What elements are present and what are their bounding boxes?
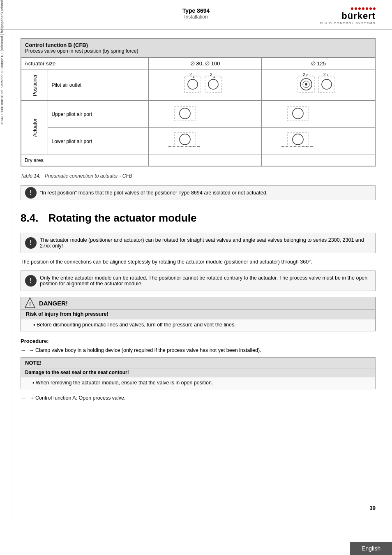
dry-area-right bbox=[262, 155, 375, 166]
table-caption: Table 14: Pneumatic connection to actuat… bbox=[21, 173, 376, 179]
section-number: 8.4. bbox=[21, 212, 38, 224]
diagram-upper-mid bbox=[148, 101, 262, 128]
burkert-logo: bürkert FLUID CONTROL SYSTEMS bbox=[320, 7, 376, 25]
footer-language: English bbox=[350, 542, 392, 555]
svg-text:2: 2 bbox=[303, 72, 305, 77]
logo-dots bbox=[351, 7, 376, 10]
danger-body: Before dismounting pneumatic lines and v… bbox=[21, 319, 375, 331]
svg-point-24 bbox=[180, 134, 190, 145]
lower-pilot-air-port-label: Lower pilot air port bbox=[48, 128, 148, 155]
diagram-cell-right-positioner: 2 2 2 1 bbox=[262, 69, 375, 101]
exclaim-icon-2: ! bbox=[25, 237, 37, 249]
dry-area-mid bbox=[148, 155, 262, 166]
install-label: Installation bbox=[182, 14, 210, 20]
table-caption-text: Pneumatic connection to actuator - CFB bbox=[45, 173, 132, 179]
logo-dot-7 bbox=[373, 7, 376, 10]
actuator-label: Actuator bbox=[21, 101, 48, 155]
logo-dot-2 bbox=[355, 7, 357, 10]
logo-dot-5 bbox=[366, 7, 368, 10]
logo-text: bürkert bbox=[341, 11, 376, 21]
section-heading: 8.4. Rotating the actuator module bbox=[21, 212, 376, 224]
danger-header: ! DANGER! bbox=[21, 297, 375, 309]
svg-text:!: ! bbox=[29, 301, 31, 307]
cfb-header: Control function B (CFB) Process valve o… bbox=[21, 39, 375, 58]
svg-point-2 bbox=[188, 79, 198, 89]
svg-point-12 bbox=[305, 83, 307, 86]
body-text-1: The position of the connections can be a… bbox=[21, 259, 376, 265]
note-box-2: ! The actuator module (positioner and ac… bbox=[21, 233, 376, 253]
procedure-step-1: → → Clamp valve body in a holding device… bbox=[21, 347, 376, 353]
procedure-heading: Procedure: bbox=[21, 338, 376, 344]
dry-area-label: Dry area bbox=[21, 155, 149, 166]
page-header: Type 8694 Installation bürkert FLUID CON… bbox=[0, 0, 392, 30]
note-box-1: ! "In rest position" means that the pilo… bbox=[21, 185, 376, 200]
type-label: Type 8694 bbox=[182, 7, 210, 14]
diagram-upper-right bbox=[262, 101, 375, 128]
note-bullet: When removing the actuator module, ensur… bbox=[29, 380, 370, 386]
diagram-svg-lower-right bbox=[265, 130, 331, 151]
danger-risk: Risk of injury from high pressure! bbox=[21, 309, 375, 319]
svg-rect-9 bbox=[318, 76, 335, 92]
danger-title: DANGER! bbox=[39, 300, 68, 307]
section-title: Rotating the actuator module bbox=[48, 212, 196, 224]
svg-text:2: 2 bbox=[189, 72, 192, 77]
diagram-svg-upper-right bbox=[265, 103, 331, 124]
svg-text:2: 2 bbox=[323, 72, 326, 77]
exclaim-icon-3: ! bbox=[25, 275, 37, 287]
pilot-air-outlet-label: Pilot air outlet bbox=[48, 69, 148, 101]
svg-text:2: 2 bbox=[193, 75, 194, 78]
control-function-text: → Control function A: Open process valve… bbox=[29, 395, 126, 401]
svg-rect-1 bbox=[205, 76, 221, 92]
cfb-table: Control function B (CFB) Process valve o… bbox=[21, 38, 376, 166]
procedure-step-1-text: → Clamp valve body in a holding device (… bbox=[29, 347, 261, 353]
note-section: NOTE! Damage to the seat seal or the sea… bbox=[21, 357, 376, 389]
svg-text:2: 2 bbox=[306, 74, 308, 76]
diagram-lower-mid bbox=[148, 128, 262, 155]
danger-box: ! DANGER! Risk of injury from high press… bbox=[21, 297, 376, 331]
diagram-cell-mid-positioner: 2 2 2 1 bbox=[148, 69, 262, 101]
logo-subtitle: FLUID CONTROL SYSTEMS bbox=[320, 21, 376, 25]
svg-point-21 bbox=[293, 108, 303, 119]
upper-pilot-air-port-label: Upper pilot air port bbox=[48, 101, 148, 128]
logo-dot-6 bbox=[369, 7, 372, 10]
diagram-svg-mid-positioner: 2 2 2 1 bbox=[172, 72, 238, 97]
note-section-body: When removing the actuator module, ensur… bbox=[21, 377, 375, 389]
note-section-header: NOTE! bbox=[21, 358, 375, 368]
logo-dot-4 bbox=[362, 7, 364, 10]
header-title: Type 8694 Installation bbox=[182, 7, 210, 20]
cfb-inner-table: Actuator size ∅ 80, ∅ 100 ∅ 125 Position… bbox=[21, 58, 375, 166]
sidebar-rotated-text: MAN 1000109018 ML Version: D Status: RL … bbox=[0, 0, 4, 125]
svg-text:1: 1 bbox=[213, 75, 215, 78]
note3-text: Only the entire actuator module can be r… bbox=[40, 275, 367, 287]
logo-dot-1 bbox=[351, 7, 353, 10]
svg-rect-0 bbox=[184, 76, 201, 92]
svg-point-27 bbox=[293, 134, 303, 145]
exclaim-icon-1: ! bbox=[25, 187, 37, 199]
control-function-step: → → Control function A: Open process val… bbox=[21, 395, 376, 401]
size-80-100: ∅ 80, ∅ 100 bbox=[148, 58, 262, 69]
svg-point-3 bbox=[208, 79, 218, 89]
diagram-svg-right-positioner: 2 2 2 1 bbox=[286, 72, 351, 97]
diagram-svg-lower-mid bbox=[152, 130, 218, 151]
diagram-lower-right bbox=[262, 128, 375, 155]
main-content: Control function B (CFB) Process valve o… bbox=[12, 30, 392, 523]
diagram-svg-upper-mid bbox=[152, 103, 218, 124]
cfb-subtitle: Process valve open in rest position (by … bbox=[25, 48, 371, 54]
logo-dot-3 bbox=[358, 7, 361, 10]
note-box-3: ! Only the entire actuator module can be… bbox=[21, 271, 376, 291]
danger-bullet: Before dismounting pneumatic lines and v… bbox=[29, 322, 370, 328]
actuator-size-label: Actuator size bbox=[21, 58, 149, 69]
svg-point-13 bbox=[322, 79, 332, 89]
size-125: ∅ 125 bbox=[262, 58, 375, 69]
left-sidebar: MAN 1000109018 ML Version: D Status: RL … bbox=[0, 30, 12, 523]
positioner-label: Positioner bbox=[21, 69, 48, 101]
arrow-icon-1: → bbox=[21, 347, 26, 353]
note2-text: The actuator module (positioner and actu… bbox=[40, 237, 364, 249]
table-caption-label: Table 14: bbox=[21, 173, 41, 179]
svg-text:2: 2 bbox=[210, 72, 212, 77]
page-number: 39 bbox=[370, 505, 376, 511]
svg-point-19 bbox=[180, 108, 190, 119]
note-damage: Damage to the seat seal or the seat cont… bbox=[21, 368, 375, 377]
cfb-title: Control function B (CFB) bbox=[25, 42, 371, 48]
note1-text: "In rest position" means that the pilot … bbox=[40, 190, 267, 196]
